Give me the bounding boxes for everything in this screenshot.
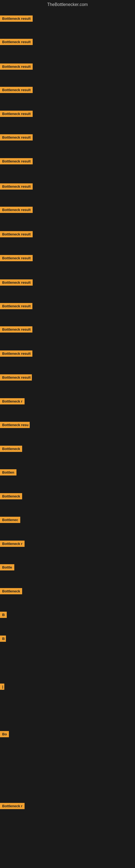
bottleneck-result-item[interactable]: Bottleneck result (0, 183, 33, 191)
bottleneck-badge: Bottleneck result (0, 303, 32, 309)
bottleneck-badge: Bo (0, 731, 9, 737)
bottleneck-badge: Bottleneck result (0, 63, 33, 70)
bottleneck-badge: Bottleneck result (0, 134, 33, 141)
bottleneck-badge: Bottleneck result (0, 255, 33, 261)
bottleneck-result-item[interactable]: Bo (0, 731, 9, 738)
bottleneck-badge: B (0, 636, 6, 642)
bottleneck-result-item[interactable]: Bottleneck result (0, 39, 33, 46)
bottleneck-result-item[interactable]: Bottle (0, 564, 14, 571)
bottleneck-badge: Bottleneck r (0, 398, 25, 404)
bottleneck-result-item[interactable]: Bottlenec (0, 517, 20, 524)
bottleneck-result-item[interactable]: Bottleneck result (0, 207, 33, 214)
bottleneck-result-item[interactable]: Bottleneck result (0, 374, 32, 382)
bottleneck-result-item[interactable]: B (0, 612, 7, 619)
bottleneck-badge: Bottleneck result (0, 39, 33, 45)
bottleneck-badge: Bottleneck result (0, 279, 33, 286)
bottleneck-badge: Bottleneck (0, 588, 22, 594)
bottleneck-result-item[interactable]: Bottleneck r (0, 398, 25, 405)
bottleneck-result-item[interactable]: Bottleneck result (0, 87, 33, 94)
bottleneck-result-item[interactable]: | (0, 684, 4, 691)
bottleneck-result-item[interactable]: Bottleneck result (0, 303, 32, 310)
bottleneck-badge: Bottle (0, 564, 14, 570)
bottleneck-result-item[interactable]: Bottleneck resu (0, 422, 30, 429)
bottleneck-badge: Bottlen (0, 469, 16, 475)
bottleneck-result-item[interactable]: Bottleneck result (0, 158, 33, 165)
bottleneck-result-item[interactable]: B (0, 636, 6, 643)
bottleneck-result-item[interactable]: Bottleneck result (0, 63, 33, 71)
bottleneck-badge: B (0, 612, 7, 618)
bottleneck-result-item[interactable]: Bottleneck result (0, 255, 33, 262)
bottleneck-result-item[interactable]: Bottleneck result (0, 279, 33, 287)
bottleneck-badge: Bottleneck result (0, 158, 33, 164)
bottleneck-badge: Bottleneck r (0, 803, 25, 809)
bottleneck-badge: | (0, 684, 4, 690)
bottleneck-badge: Bottleneck result (0, 111, 33, 117)
bottleneck-badge: Bottleneck result (0, 16, 33, 22)
bottleneck-result-item[interactable]: Bottleneck result (0, 231, 33, 239)
bottleneck-badge: Bottlenec (0, 517, 20, 523)
bottleneck-result-item[interactable]: Bottleneck result (0, 111, 33, 118)
bottleneck-result-item[interactable]: Bottleneck (0, 588, 22, 595)
bottleneck-badge: Bottleneck result (0, 374, 32, 380)
bottleneck-badge: Bottleneck result (0, 231, 33, 237)
bottleneck-badge: Bottleneck result (0, 183, 33, 190)
bottleneck-badge: Bottleneck (0, 493, 22, 499)
bottleneck-result-item[interactable]: Bottleneck result (0, 350, 32, 358)
bottleneck-badge: Bottleneck result (0, 87, 33, 93)
bottleneck-result-item[interactable]: Bottleneck result (0, 134, 33, 142)
bottleneck-result-item[interactable]: Bottleneck r (0, 803, 25, 810)
bottleneck-result-item[interactable]: Bottleneck (0, 446, 22, 453)
bottleneck-result-item[interactable]: Bottleneck r (0, 540, 25, 548)
bottleneck-badge: Bottleneck resu (0, 422, 30, 428)
bottleneck-result-item[interactable]: Bottleneck result (0, 326, 32, 334)
bottleneck-badge: Bottleneck result (0, 207, 33, 213)
bottleneck-result-item[interactable]: Bottlen (0, 469, 16, 476)
bottleneck-badge: Bottleneck result (0, 326, 32, 333)
site-title: TheBottlenecker.com (0, 0, 135, 9)
bottleneck-badge: Bottleneck result (0, 350, 32, 357)
bottleneck-badge: Bottleneck r (0, 540, 25, 547)
bottleneck-result-item[interactable]: Bottleneck (0, 493, 22, 500)
bottleneck-result-item[interactable]: Bottleneck result (0, 16, 33, 23)
bottleneck-badge: Bottleneck (0, 446, 22, 452)
